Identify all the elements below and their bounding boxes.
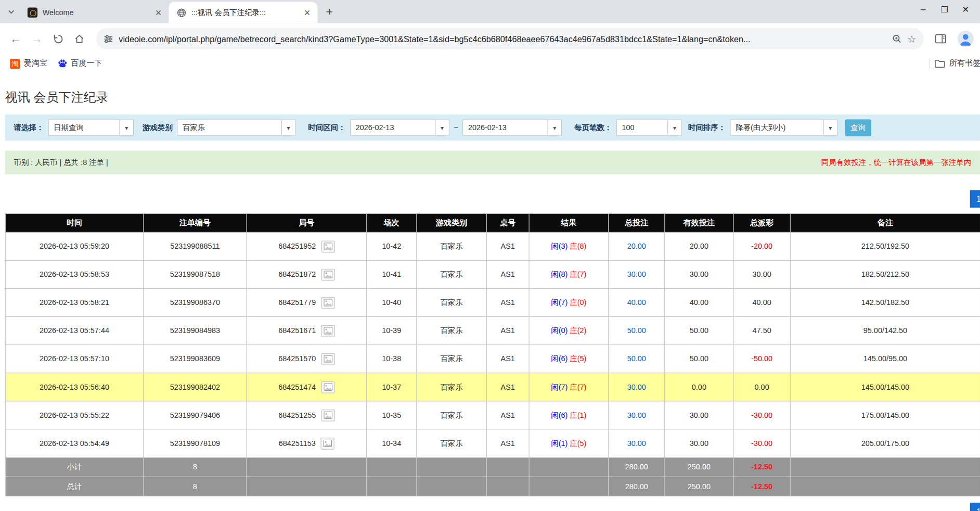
cell-valid-bet: 50.00 [665,317,733,345]
cell-valid-bet: 50.00 [665,345,733,373]
tab-betrecord[interactable]: :::视讯 会员下注纪录::: ✕ [169,2,317,23]
chevron-down-icon[interactable]: ▾ [667,120,681,135]
cell-game-type: 百家乐 [417,260,487,288]
pagination-bottom: 1 [5,503,980,511]
chevron-down-icon[interactable]: ▾ [119,120,133,135]
cell-time: 2026-02-13 05:58:53 [5,260,144,288]
all-bookmarks[interactable]: 所有书签 [930,58,980,69]
bookmark-star-icon[interactable]: ☆ [907,33,916,45]
address-bar[interactable]: videoie.com/ipl/portal.php/game/betrecor… [96,28,924,49]
cell-total-bet[interactable]: 30.00 [609,373,665,401]
cell-game-type: 百家乐 [417,232,487,260]
subtotal-row: 小计 8 280.00 250.00 -12.50 [5,457,980,477]
cell-bet-id: 523199082402 [144,373,247,401]
cell-round: 684251779 [247,288,367,316]
close-window-button[interactable]: ✕ [955,0,976,19]
sort-select[interactable]: 降幂(由大到小) ▾ [730,119,837,135]
mode-select[interactable]: 日期查询 ▾ [48,119,134,135]
cell-total-bet[interactable]: 30.00 [609,429,665,457]
cell-bet-id: 523199088511 [144,232,247,260]
globe-icon [176,7,186,17]
round-replay-icon[interactable] [321,353,334,365]
url-text[interactable]: videoie.com/ipl/portal.php/game/betrecor… [119,34,886,43]
chevron-down-icon[interactable]: ▾ [548,120,561,135]
round-replay-icon[interactable] [321,240,334,252]
cell-note: 175.00/145.00 [790,401,980,429]
round-replay-icon[interactable] [321,381,334,393]
tab-title: :::视讯 会员下注纪录::: [191,7,297,18]
col-header-payout: 总派彩 [733,213,790,232]
all-bookmarks-label: 所有书签 [949,58,980,69]
bet-row: 2026-02-13 05:57:44523199084983684251671… [5,317,980,345]
side-panel-icon[interactable] [931,29,950,48]
tab-close-icon[interactable]: ✕ [153,7,163,18]
cell-total-bet[interactable]: 20.00 [609,232,665,260]
new-tab-button[interactable]: + [321,4,338,20]
date-from-select[interactable]: 2026-02-13 ▾ [350,119,449,135]
cell-game-type: 百家乐 [417,288,487,316]
search-button[interactable]: 查询 [845,119,871,136]
cell-time: 2026-02-13 05:59:20 [5,232,144,260]
cell-note: 142.50/182.50 [790,288,980,316]
bookmark-aitaobao[interactable]: 淘 爱淘宝 [5,56,53,71]
forward-icon[interactable]: → [28,29,46,48]
round-replay-icon[interactable] [321,269,334,280]
page-size-select[interactable]: 100 ▾ [616,119,682,135]
chevron-down-icon[interactable]: ▾ [823,120,836,135]
cell-payout: 40.00 [733,288,790,316]
sort-label: 时间排序： [688,122,726,133]
page-1-button[interactable]: 1 [970,190,980,208]
round-replay-icon[interactable] [321,297,334,309]
subtotal-total-bet: 280.00 [609,457,665,477]
game-type-select[interactable]: 百家乐 ▾ [177,119,295,135]
cell-game-type: 百家乐 [417,401,487,429]
cell-total-bet[interactable]: 50.00 [609,345,665,373]
cell-total-bet[interactable]: 30.00 [609,260,665,288]
back-icon[interactable]: ← [6,29,25,48]
cell-result: 闲(3) 庄(8) [529,232,609,260]
cell-note: 182.50/212.50 [790,260,980,288]
date-to-select[interactable]: 2026-02-13 ▾ [462,119,562,135]
site-info-icon[interactable] [104,34,113,43]
cell-session: 10-41 [367,260,417,288]
chevron-down-icon[interactable]: ▾ [435,120,448,135]
col-header-round: 局号 [247,213,367,232]
time-range-label: 时间区间： [308,122,345,133]
profile-avatar[interactable] [958,31,974,47]
maximize-button[interactable]: ❐ [934,0,955,19]
subtotal-payout: -12.50 [733,457,790,477]
grand-total-row: 总计 8 280.00 250.00 -12.50 [5,477,980,496]
browser-toolbar: ← → videoie.com/ipl/portal.php/game/betr… [0,23,980,54]
cell-total-bet[interactable]: 50.00 [609,317,665,345]
cell-table-no: AS1 [486,260,529,288]
zoom-icon[interactable] [892,34,901,44]
round-replay-icon[interactable] [321,325,334,337]
cell-time: 2026-02-13 05:57:10 [5,345,144,373]
cell-total-bet[interactable]: 30.00 [609,401,665,429]
bet-row: 2026-02-13 05:56:40523199082402684251474… [5,373,980,401]
cell-note: 95.00/142.50 [790,317,980,345]
chevron-down-icon[interactable]: ▾ [281,120,295,135]
info-bar: 币别 : 人民币 | 总共 :8 注单 | 同局有效投注，统一计算在该局第一张注… [5,151,980,175]
browser-window: Welcome ✕ :::视讯 会员下注纪录::: ✕ + ─ ❐ ✕ ← → [0,0,980,511]
game-type-label: 游戏类别 [143,122,173,133]
cell-bet-id: 523199087518 [144,260,247,288]
bet-record-table: 时间 注单编号 局号 场次 游戏类别 桌号 结果 总投注 有效投注 总派彩 备注… [5,213,980,496]
home-icon[interactable] [70,29,89,48]
page-1-button[interactable]: 1 [970,503,980,511]
total-payout: -12.50 [733,477,790,496]
minimize-button[interactable]: ─ [912,0,934,19]
bet-row: 2026-02-13 05:57:10523199083609684251570… [5,345,980,373]
cell-table-no: AS1 [486,345,529,373]
tab-close-icon[interactable]: ✕ [302,7,312,18]
tab-search-chevron-icon[interactable] [4,4,19,19]
bookmark-baidu[interactable]: 百度一下 [52,56,107,71]
cell-result: 闲(6) 庄(5) [529,345,609,373]
cell-total-bet[interactable]: 40.00 [609,288,665,316]
round-replay-icon[interactable] [321,409,334,421]
total-label: 总计 [5,477,144,496]
round-replay-icon[interactable] [320,437,334,449]
tab-welcome[interactable]: Welcome ✕ [20,2,169,23]
cell-session: 10-34 [367,429,417,457]
reload-icon[interactable] [49,29,68,48]
